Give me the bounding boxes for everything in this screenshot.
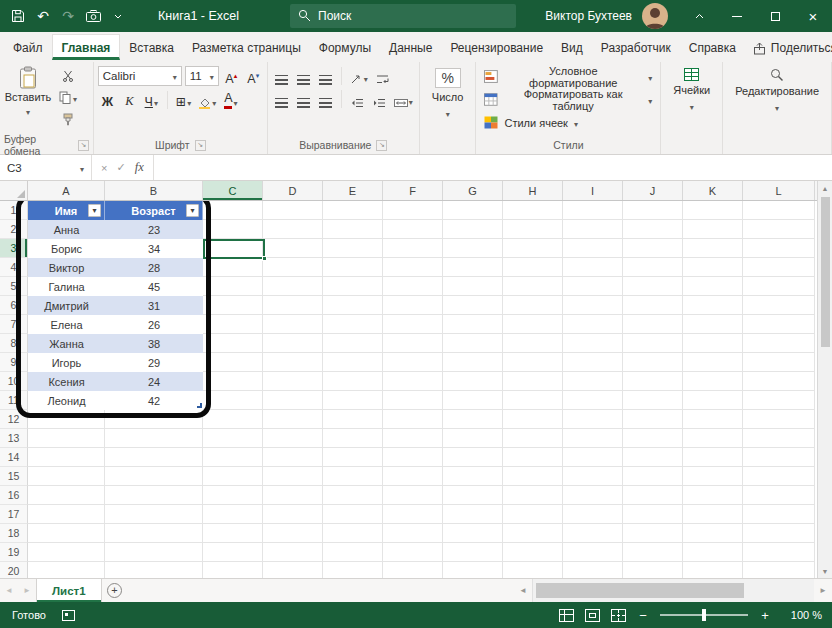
cell[interactable] (683, 296, 743, 315)
cell[interactable] (683, 410, 743, 429)
table-cell[interactable]: 23 (105, 220, 203, 239)
camera-button[interactable] (81, 2, 105, 30)
undo-button[interactable]: ↶ (31, 2, 55, 30)
share-button[interactable]: Поделиться (745, 41, 832, 60)
row-header[interactable]: 12 (0, 410, 28, 429)
merge-center-button[interactable] (392, 89, 415, 108)
cell[interactable] (623, 410, 683, 429)
cell[interactable] (623, 429, 683, 448)
cell[interactable] (383, 524, 443, 543)
cell[interactable] (683, 258, 743, 277)
cell[interactable] (443, 391, 503, 410)
minimize-button[interactable] (718, 0, 756, 32)
cell[interactable] (623, 277, 683, 296)
column-header[interactable]: A (28, 181, 105, 200)
cell[interactable] (743, 315, 815, 334)
cell[interactable] (263, 505, 323, 524)
cell[interactable] (383, 220, 443, 239)
cell[interactable] (323, 467, 383, 486)
cell[interactable] (383, 410, 443, 429)
dialog-launcher-icon[interactable]: ↘ (376, 140, 387, 151)
cell[interactable] (623, 201, 683, 220)
cell[interactable] (383, 467, 443, 486)
sheet-nav-right-icon[interactable]: ► (18, 579, 36, 602)
format-as-table-button[interactable]: Форматировать как таблицу (480, 89, 656, 110)
cell[interactable] (743, 239, 815, 258)
table-header-cell[interactable]: Имя▾ (28, 201, 105, 220)
cell[interactable] (203, 562, 263, 578)
cell[interactable] (383, 296, 443, 315)
cell[interactable] (323, 429, 383, 448)
cell[interactable] (383, 201, 443, 220)
cell[interactable] (323, 448, 383, 467)
new-sheet-button[interactable] (102, 579, 128, 602)
ribbon-tab[interactable]: Вид (552, 35, 592, 60)
ribbon-tab[interactable]: Разработчик (592, 35, 680, 60)
cell[interactable] (105, 410, 203, 429)
cell[interactable] (563, 296, 623, 315)
cell[interactable] (623, 296, 683, 315)
cell[interactable] (263, 258, 323, 277)
cell[interactable] (323, 201, 383, 220)
cell[interactable] (28, 486, 105, 505)
horizontal-scrollbar[interactable]: ◄ ► (514, 579, 832, 602)
cell[interactable] (203, 467, 263, 486)
cell[interactable] (105, 562, 203, 578)
bold-button[interactable]: Ж (98, 90, 117, 109)
cell[interactable] (503, 410, 563, 429)
cell[interactable] (683, 372, 743, 391)
row-header[interactable]: 19 (0, 543, 28, 562)
cell[interactable] (383, 315, 443, 334)
cell[interactable] (105, 524, 203, 543)
cell[interactable] (563, 353, 623, 372)
cell[interactable] (203, 372, 263, 391)
cell[interactable] (563, 505, 623, 524)
cell[interactable] (683, 486, 743, 505)
cell[interactable] (443, 239, 503, 258)
table-cell[interactable]: Ксения (28, 372, 105, 391)
cell[interactable] (443, 201, 503, 220)
cell[interactable] (203, 505, 263, 524)
cell[interactable] (743, 277, 815, 296)
row-header[interactable]: 9 (0, 353, 28, 372)
cell[interactable] (323, 353, 383, 372)
table-cell[interactable]: Елена (28, 315, 105, 334)
cell[interactable] (503, 543, 563, 562)
row-header[interactable]: 16 (0, 486, 28, 505)
align-middle-button[interactable] (294, 66, 313, 85)
cell[interactable] (263, 296, 323, 315)
cell[interactable] (623, 372, 683, 391)
cell[interactable] (105, 467, 203, 486)
row-header[interactable]: 11 (0, 391, 28, 410)
cell[interactable] (443, 353, 503, 372)
ribbon-tab[interactable]: Разметка страницы (183, 35, 310, 60)
font-name-select[interactable]: Calibri (98, 66, 182, 86)
table-cell[interactable]: 38 (105, 334, 203, 353)
cell[interactable] (503, 239, 563, 258)
cell[interactable] (28, 467, 105, 486)
cell[interactable] (323, 410, 383, 429)
cell[interactable] (105, 429, 203, 448)
row-header[interactable]: 1 (0, 201, 28, 220)
cell[interactable] (443, 524, 503, 543)
align-center-button[interactable] (294, 89, 313, 108)
cell[interactable] (443, 505, 503, 524)
align-left-button[interactable] (272, 89, 291, 108)
cell[interactable] (743, 562, 815, 578)
row-header[interactable]: 8 (0, 334, 28, 353)
column-header[interactable]: B (105, 181, 203, 200)
cell[interactable] (383, 486, 443, 505)
normal-view-icon[interactable] (559, 609, 574, 622)
cell[interactable] (743, 543, 815, 562)
cell[interactable] (503, 429, 563, 448)
cell[interactable] (683, 543, 743, 562)
save-button[interactable] (6, 2, 30, 30)
row-header[interactable]: 4 (0, 258, 28, 277)
zoom-slider-thumb[interactable] (702, 609, 706, 621)
cell[interactable] (263, 334, 323, 353)
row-header[interactable]: 17 (0, 505, 28, 524)
table-cell[interactable]: Игорь (28, 353, 105, 372)
cell[interactable] (623, 486, 683, 505)
cell[interactable] (623, 524, 683, 543)
sheet-tab[interactable]: Лист1 (36, 579, 102, 602)
